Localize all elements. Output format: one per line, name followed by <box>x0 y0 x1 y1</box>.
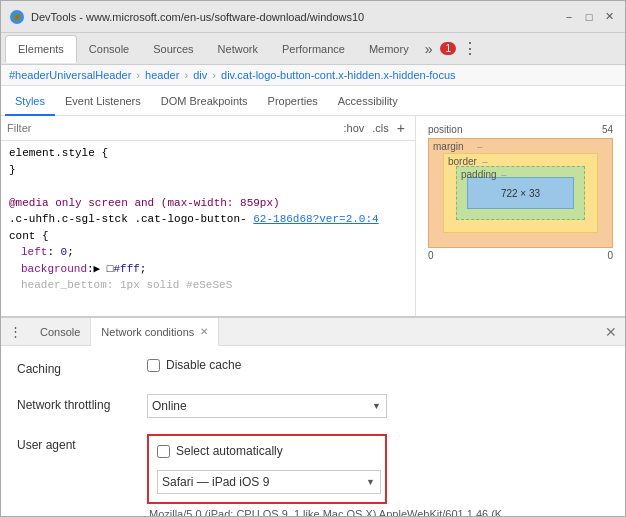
tab-sources[interactable]: Sources <box>141 35 205 63</box>
css-line-4: @media only screen and (max-width: 859px… <box>9 195 407 212</box>
subtab-dom-breakpoints[interactable]: DOM Breakpoints <box>151 86 258 116</box>
network-throttling-label: Network throttling <box>17 394 147 412</box>
network-conditions-content: Caching Disable cache Network throttling <box>1 346 625 516</box>
bm-content: 722 × 33 <box>467 177 574 209</box>
right-panel: position 54 margin – border – p <box>416 116 625 316</box>
breadcrumb-part-4[interactable]: div.cat-logo-button-cont.x-hidden.x-hidd… <box>221 69 456 81</box>
tab-performance[interactable]: Performance <box>270 35 357 63</box>
select-automatically-checkbox[interactable] <box>157 445 170 458</box>
svg-point-2 <box>15 15 19 19</box>
network-throttling-row: Network throttling Online Fast 3G Slow 3… <box>17 394 609 418</box>
user-agent-select-wrapper: Safari — iPad iOS 9 Chrome — Android Mob… <box>157 470 381 494</box>
user-agent-row: User agent Select automatically Safari —… <box>17 434 609 516</box>
subtab-styles[interactable]: Styles <box>5 86 55 116</box>
bm-margin: margin – border – padding – <box>428 138 613 248</box>
network-throttling-select-wrapper: Online Fast 3G Slow 3G Offline Custom... <box>147 394 387 418</box>
ua-string: Mozilla/5.0 (iPad; CPU OS 9_1 like Mac O… <box>147 508 517 516</box>
bottom-drawer: ⋮ Console Network conditions ✕ ✕ Caching <box>1 316 625 516</box>
close-button[interactable]: ✕ <box>601 9 617 25</box>
more-button[interactable]: ⋮ <box>458 39 482 58</box>
user-agent-label: User agent <box>17 434 147 452</box>
close-network-conditions-button[interactable]: ✕ <box>200 326 208 337</box>
css-source-link[interactable]: 62-186d68?ver=2.0:4 <box>253 213 378 225</box>
close-drawer-button[interactable]: ✕ <box>605 324 617 340</box>
maximize-button[interactable]: □ <box>581 9 597 25</box>
user-agent-select[interactable]: Safari — iPad iOS 9 Chrome — Android Mob… <box>157 470 381 494</box>
hov-button[interactable]: :hov <box>340 122 369 134</box>
drawer-tabs: ⋮ Console Network conditions ✕ ✕ <box>1 318 625 346</box>
devtools-window: DevTools - www.microsoft.com/en-us/softw… <box>0 0 626 517</box>
css-line-7: left: 0; <box>9 244 407 261</box>
position-label: position <box>428 124 462 135</box>
bm-left-value: 0 <box>428 250 434 261</box>
subtab-accessibility[interactable]: Accessibility <box>328 86 408 116</box>
devtools-icon <box>9 9 25 25</box>
tab-network[interactable]: Network <box>206 35 270 63</box>
drawer-tab-network-conditions[interactable]: Network conditions ✕ <box>90 318 219 346</box>
tab-memory[interactable]: Memory <box>357 35 421 63</box>
user-agent-control: Select automatically Safari — iPad iOS 9… <box>147 434 609 516</box>
css-line-1: element.style { <box>9 145 407 162</box>
tab-elements[interactable]: Elements <box>5 35 77 63</box>
bm-padding: padding – 722 × 33 <box>456 166 585 220</box>
user-agent-box: Select automatically Safari — iPad iOS 9… <box>147 434 387 504</box>
title-bar: DevTools - www.microsoft.com/en-us/softw… <box>1 1 625 33</box>
window-title: DevTools - www.microsoft.com/en-us/softw… <box>31 11 561 23</box>
select-automatically-label: Select automatically <box>157 444 377 458</box>
breadcrumb: #headerUniversalHeader › header › div › … <box>1 65 625 86</box>
filter-input[interactable] <box>7 122 340 134</box>
window-controls: − □ ✕ <box>561 9 617 25</box>
add-style-button[interactable]: + <box>393 120 409 136</box>
drawer-tab-console[interactable]: Console <box>30 318 90 346</box>
bm-border: border – padding – 722 × 33 <box>443 153 598 233</box>
css-editor: element.style { } @media only screen and… <box>1 141 415 316</box>
css-line-6: cont { <box>9 228 407 245</box>
breadcrumb-part-1[interactable]: #headerUniversalHeader <box>9 69 131 81</box>
breadcrumb-part-3[interactable]: div <box>193 69 207 81</box>
css-line-2: } <box>9 162 407 179</box>
bm-right-value: 0 <box>607 250 613 261</box>
caching-control: Disable cache <box>147 358 609 378</box>
cls-button[interactable]: .cls <box>368 122 393 134</box>
subtab-event-listeners[interactable]: Event Listeners <box>55 86 151 116</box>
tabs-overflow-button[interactable]: » <box>421 41 437 57</box>
css-line-5: .c-uhfh.c-sgl-stck .cat-logo-button- 62-… <box>9 211 407 228</box>
sub-tabs-bar: Styles Event Listeners DOM Breakpoints P… <box>1 86 625 116</box>
breadcrumb-part-2[interactable]: header <box>145 69 179 81</box>
main-area: :hov .cls + element.style { } @media onl… <box>1 116 625 316</box>
subtab-properties[interactable]: Properties <box>258 86 328 116</box>
main-tabs-bar: Elements Console Sources Network Perform… <box>1 33 625 65</box>
network-throttling-select[interactable]: Online Fast 3G Slow 3G Offline Custom... <box>147 394 387 418</box>
css-line-9: header_bettom: 1px solid #eSeSeS <box>9 277 407 294</box>
css-line-3 <box>9 178 407 195</box>
tab-console[interactable]: Console <box>77 35 141 63</box>
box-model: position 54 margin – border – p <box>428 124 613 261</box>
left-panel: :hov .cls + element.style { } @media onl… <box>1 116 416 316</box>
network-throttling-control: Online Fast 3G Slow 3G Offline Custom... <box>147 394 609 418</box>
position-value: 54 <box>602 124 613 135</box>
caching-label: Caching <box>17 358 147 376</box>
drawer-drag-icon[interactable]: ⋮ <box>9 324 22 339</box>
minimize-button[interactable]: − <box>561 9 577 25</box>
caching-checkbox[interactable] <box>147 359 160 372</box>
filter-bar: :hov .cls + <box>1 116 415 141</box>
error-badge: 1 <box>440 42 456 55</box>
caching-row: Caching Disable cache <box>17 358 609 378</box>
css-line-8: background:▶ □#fff; <box>9 261 407 278</box>
caching-checkbox-label: Disable cache <box>147 358 609 372</box>
